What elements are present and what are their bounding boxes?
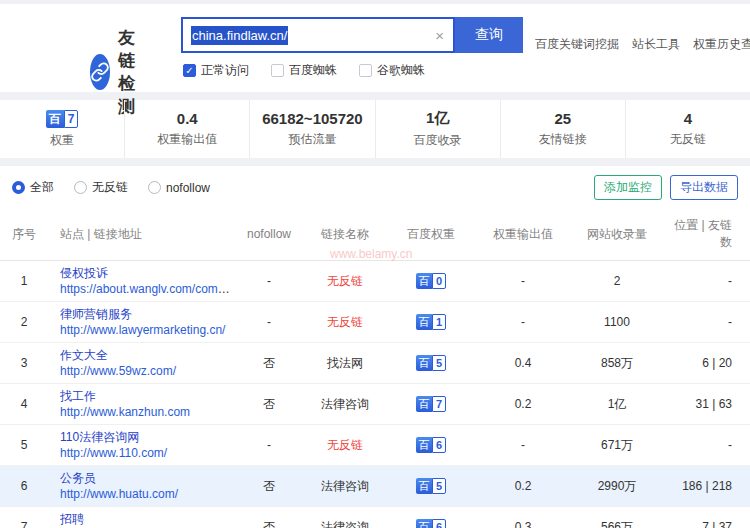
filter-radio-无反链[interactable]: 无反链: [74, 179, 128, 196]
column-header: 网站收录量: [569, 208, 665, 261]
stat-cell-4: 25友情链接: [501, 100, 626, 158]
stat-label: 百度收录: [414, 132, 462, 149]
collected-cell: 566万: [569, 507, 665, 528]
row-index: 4: [0, 384, 48, 425]
site-url-link[interactable]: http://www.huatu.com/: [60, 487, 178, 501]
output-cell: -: [477, 261, 569, 302]
link-name-cell: 无反链: [305, 425, 385, 466]
radio-label: 全部: [30, 179, 54, 196]
site-name-link[interactable]: 找工作: [60, 389, 96, 403]
position-cell: -: [665, 302, 750, 343]
nofollow-cell: 否: [233, 384, 305, 425]
spider-checkboxes: ✓正常访问百度蜘蛛谷歌蜘蛛: [183, 62, 523, 79]
baidu-weight-badge: 百0: [416, 273, 446, 289]
row-index: 1: [0, 261, 48, 302]
export-data-button[interactable]: 导出数据: [670, 175, 738, 200]
stat-label: 权重: [50, 132, 74, 149]
radio-icon[interactable]: [74, 181, 87, 194]
top-link[interactable]: 百度关键词挖掘: [535, 36, 619, 53]
filter-radios: 全部无反链nofollow: [12, 179, 230, 196]
site-url-link[interactable]: http://www.59wz.com/: [60, 364, 176, 378]
site-name-link[interactable]: 公务员: [60, 471, 96, 485]
stat-value: 百7: [46, 109, 79, 128]
column-header: 百度权重: [385, 208, 477, 261]
weight-cell: 百1: [385, 302, 477, 343]
collected-cell: 2990万: [569, 466, 665, 507]
stat-cell-0: 百7权重: [0, 100, 125, 158]
checkbox-item[interactable]: 百度蜘蛛: [271, 62, 337, 79]
site-name-link[interactable]: 110法律咨询网: [60, 430, 139, 444]
output-cell: -: [477, 302, 569, 343]
baidu-weight-badge: 百7: [416, 396, 446, 412]
column-header: nofollow: [233, 208, 305, 261]
site-name-link[interactable]: 作文大全: [60, 348, 108, 362]
checkbox-item[interactable]: 谷歌蜘蛛: [359, 62, 425, 79]
links-table: 序号站点 | 链接地址nofollow链接名称百度权重权重输出值网站收录量位置 …: [0, 208, 750, 528]
baidu-icon: 百: [416, 355, 432, 371]
stats-bar: 百7权重0.4权重输出值66182~105720预估流量1亿百度收录25友情链接…: [0, 100, 750, 158]
baidu-icon: 百: [416, 396, 432, 412]
site-name-link[interactable]: 侵权投诉: [60, 266, 108, 280]
output-cell: 0.4: [477, 343, 569, 384]
site-url-link[interactable]: https://about.wanglv.com/complaint/ge: [60, 282, 233, 296]
output-cell: 0.2: [477, 466, 569, 507]
weight-cell: 百5: [385, 466, 477, 507]
nofollow-cell: -: [233, 261, 305, 302]
collected-cell: 1亿: [569, 384, 665, 425]
site-name-link[interactable]: 招聘: [60, 512, 84, 526]
site-url-link[interactable]: http://www.110.com/: [60, 446, 167, 460]
stat-cell-5: 4无反链: [626, 100, 750, 158]
collected-cell: 671万: [569, 425, 665, 466]
weight-cell: 百5: [385, 343, 477, 384]
column-header: 序号: [0, 208, 48, 261]
weight-cell: 百0: [385, 261, 477, 302]
site-url-link[interactable]: http://www.lawyermarketing.cn/: [60, 323, 225, 337]
checkbox-item[interactable]: ✓正常访问: [183, 62, 249, 79]
chain-link-icon: [90, 54, 110, 90]
row-index: 5: [0, 425, 48, 466]
filter-radio-全部[interactable]: 全部: [12, 179, 54, 196]
row-index: 6: [0, 466, 48, 507]
top-link[interactable]: 站长工具: [632, 36, 680, 53]
table-header-row: 序号站点 | 链接地址nofollow链接名称百度权重权重输出值网站收录量位置 …: [0, 208, 750, 261]
stat-value: 66182~105720: [262, 110, 363, 127]
top-link[interactable]: 权重历史查询: [693, 36, 750, 53]
radio-icon[interactable]: [148, 181, 161, 194]
checkbox-icon[interactable]: [271, 64, 284, 77]
baidu-weight-badge: 百6: [416, 519, 446, 528]
checkbox-label: 正常访问: [201, 62, 249, 79]
checkbox-icon[interactable]: [359, 64, 372, 77]
stat-label: 无反链: [670, 131, 706, 148]
stat-value: 1亿: [426, 109, 449, 128]
link-name-cell: 法律咨询: [305, 507, 385, 528]
radio-icon[interactable]: [12, 181, 25, 194]
output-cell: -: [477, 425, 569, 466]
nofollow-cell: 否: [233, 507, 305, 528]
site-name-link[interactable]: 律师营销服务: [60, 307, 132, 321]
filter-radio-nofollow[interactable]: nofollow: [148, 179, 210, 196]
search-input[interactable]: china.findlaw.cn/ ×: [181, 17, 455, 53]
collected-cell: 858万: [569, 343, 665, 384]
row-index: 3: [0, 343, 48, 384]
stat-cell-2: 66182~105720预估流量: [250, 100, 375, 158]
link-name-cell: 法律咨询: [305, 384, 385, 425]
position-cell: 7 | 37: [665, 507, 750, 528]
table-row: 6公务员http://www.huatu.com/否法律咨询百50.22990万…: [0, 466, 750, 507]
add-monitor-button[interactable]: 添加监控: [594, 175, 662, 200]
table-row: 5110法律咨询网http://www.110.com/-无反链百6-671万-: [0, 425, 750, 466]
stat-label: 预估流量: [288, 131, 336, 148]
link-name-cell: 找法网: [305, 343, 385, 384]
site-cell: 侵权投诉https://about.wanglv.com/complaint/g…: [48, 261, 233, 302]
query-button[interactable]: 查询: [455, 17, 523, 53]
clear-icon[interactable]: ×: [435, 28, 444, 43]
checkbox-icon[interactable]: ✓: [183, 64, 196, 77]
baidu-icon: 百: [416, 273, 432, 289]
table-body: 1侵权投诉https://about.wanglv.com/complaint/…: [0, 261, 750, 528]
baidu-weight-badge: 百5: [416, 355, 446, 371]
weight-cell: 百7: [385, 384, 477, 425]
table-row: 4找工作http://www.kanzhun.com否法律咨询百70.21亿31…: [0, 384, 750, 425]
stat-value: 0.4: [177, 110, 198, 127]
site-url-link[interactable]: http://www.kanzhun.com: [60, 405, 190, 419]
position-cell: -: [665, 261, 750, 302]
baidu-weight-badge: 百7: [46, 110, 79, 128]
